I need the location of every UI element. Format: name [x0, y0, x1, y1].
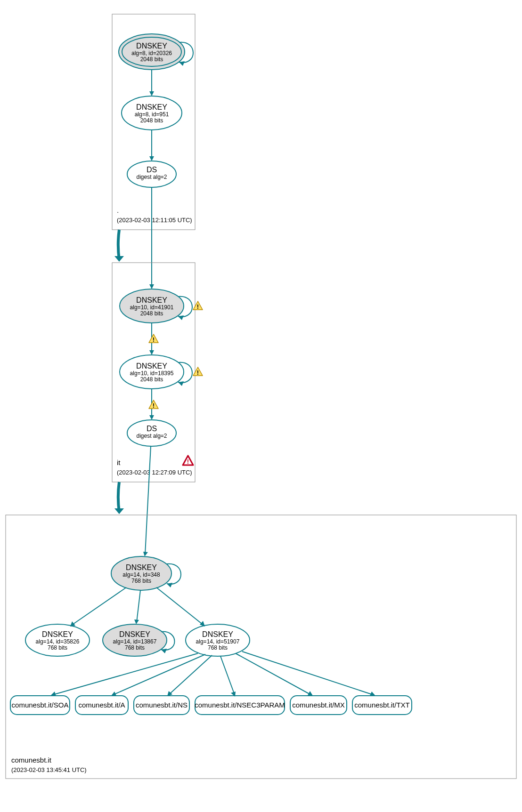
svg-marker-16	[114, 256, 124, 262]
svg-text:DNSKEY: DNSKEY	[136, 296, 167, 304]
svg-text:768 bits: 768 bits	[48, 644, 67, 651]
node-leaf-k3: DNSKEY alg=14, id=51907 768 bits	[186, 624, 250, 656]
rr-a: comunesbt.it/A	[75, 696, 128, 715]
edge-k3-nsec3param	[220, 656, 235, 695]
zone-root-label: .	[117, 206, 119, 214]
svg-text:!: !	[197, 303, 199, 310]
svg-text:DNSKEY: DNSKEY	[119, 630, 150, 638]
edge-leaf-ksk-k2	[137, 590, 140, 622]
node-leaf-ksk: DNSKEY alg=14, id=348 768 bits	[111, 556, 171, 590]
warning-icon: !	[193, 367, 203, 376]
warning-icon: !	[149, 334, 158, 343]
svg-text:DS: DS	[147, 166, 157, 174]
svg-text:alg=8, id=951: alg=8, id=951	[135, 111, 169, 118]
edge-leaf-ksk-k1	[72, 587, 126, 625]
edge-k3-a	[113, 654, 205, 695]
rr-mx: comunesbt.it/MX	[290, 696, 347, 715]
rr-nsec3param: comunesbt.it/NSEC3PARAM	[195, 696, 285, 715]
svg-text:comunesbt.it/SOA: comunesbt.it/SOA	[12, 701, 69, 709]
svg-text:DNSKEY: DNSKEY	[126, 563, 157, 571]
zone-leaf-label: comunesbt.it	[11, 756, 52, 764]
svg-text:768 bits: 768 bits	[208, 644, 228, 651]
svg-text:comunesbt.it/TXT: comunesbt.it/TXT	[354, 701, 410, 709]
svg-text:digest alg=2: digest alg=2	[136, 174, 167, 180]
edge-k3-mx	[236, 653, 311, 695]
node-root-zsk: DNSKEY alg=8, id=951 2048 bits	[122, 96, 182, 130]
svg-text:comunesbt.it/NSEC3PARAM: comunesbt.it/NSEC3PARAM	[195, 701, 285, 709]
svg-text:DS: DS	[147, 425, 157, 433]
svg-text:alg=14, id=51907: alg=14, id=51907	[196, 638, 240, 645]
node-it-zsk: DNSKEY alg=10, id=18395 2048 bits	[120, 355, 184, 389]
svg-text:alg=8, id=20326: alg=8, id=20326	[131, 50, 172, 56]
svg-text:DNSKEY: DNSKEY	[42, 630, 73, 638]
edge-it-ds-to-leaf-ksk	[145, 446, 151, 555]
svg-text:alg=14, id=348: alg=14, id=348	[122, 571, 160, 578]
svg-text:2048 bits: 2048 bits	[140, 117, 163, 124]
zone-root-timestamp: (2023-02-03 12:11:05 UTC)	[117, 217, 192, 224]
svg-text:2048 bits: 2048 bits	[140, 310, 163, 317]
svg-marker-44	[114, 508, 124, 514]
node-root-ds: DS digest alg=2	[127, 161, 176, 187]
svg-text:2048 bits: 2048 bits	[140, 376, 163, 383]
node-it-ds: DS digest alg=2	[127, 420, 176, 446]
svg-text:alg=10, id=41901: alg=10, id=41901	[130, 304, 174, 311]
rr-soa: comunesbt.it/SOA	[10, 696, 70, 715]
zone-root: . (2023-02-03 12:11:05 UTC) DNSKEY alg=8…	[112, 14, 195, 230]
svg-text:alg=14, id=35826: alg=14, id=35826	[36, 638, 80, 645]
zone-it-timestamp: (2023-02-03 12:27:09 UTC)	[117, 469, 192, 476]
svg-text:comunesbt.it/NS: comunesbt.it/NS	[136, 701, 188, 709]
zone-leaf: comunesbt.it (2023-02-03 13:45:41 UTC) D…	[6, 515, 516, 779]
svg-marker-39	[149, 415, 154, 420]
svg-text:768 bits: 768 bits	[131, 578, 151, 584]
svg-marker-30	[149, 350, 154, 355]
rr-ns: comunesbt.it/NS	[134, 696, 189, 715]
svg-text:768 bits: 768 bits	[125, 644, 145, 651]
warning-icon: !	[193, 301, 203, 310]
svg-text:digest alg=2: digest alg=2	[136, 433, 167, 439]
svg-text:alg=10, id=18395: alg=10, id=18395	[130, 370, 174, 377]
zone-leaf-timestamp: (2023-02-03 13:45:41 UTC)	[11, 766, 87, 773]
svg-text:comunesbt.it/A: comunesbt.it/A	[78, 701, 125, 709]
svg-text:!: !	[187, 458, 189, 465]
svg-text:!: !	[153, 336, 155, 343]
warning-icon: !	[149, 400, 158, 409]
svg-marker-17	[149, 284, 154, 289]
svg-marker-15	[149, 156, 154, 161]
svg-text:DNSKEY: DNSKEY	[136, 42, 167, 50]
svg-text:DNSKEY: DNSKEY	[136, 362, 167, 370]
svg-text:DNSKEY: DNSKEY	[202, 630, 233, 638]
node-root-ksk: DNSKEY alg=8, id=20326 2048 bits	[119, 34, 185, 70]
svg-text:DNSKEY: DNSKEY	[136, 103, 167, 111]
node-leaf-k1: DNSKEY alg=14, id=35826 768 bits	[25, 624, 90, 656]
error-icon: !	[183, 456, 193, 465]
zone-it: it (2023-02-03 12:27:09 UTC) DNSKEY alg=…	[112, 263, 203, 482]
svg-text:!: !	[197, 369, 199, 376]
rr-txt: comunesbt.it/TXT	[352, 696, 412, 715]
edge-k3-txt	[242, 651, 373, 695]
node-it-ksk: DNSKEY alg=10, id=41901 2048 bits	[120, 289, 184, 323]
svg-marker-66	[134, 619, 139, 624]
edge-leaf-ksk-k3	[156, 587, 204, 625]
node-leaf-k2: DNSKEY alg=14, id=13867 768 bits	[103, 624, 167, 656]
zone-it-label: it	[117, 458, 121, 466]
edge-zone-root-to-it	[118, 230, 119, 260]
edge-zone-it-to-leaf	[118, 482, 119, 512]
svg-marker-45	[143, 552, 148, 556]
svg-text:comunesbt.it/MX: comunesbt.it/MX	[292, 701, 345, 709]
svg-marker-11	[149, 91, 154, 96]
svg-text:alg=14, id=13867: alg=14, id=13867	[113, 638, 157, 645]
svg-text:2048 bits: 2048 bits	[140, 56, 163, 63]
svg-text:!: !	[153, 402, 155, 409]
svg-marker-65	[70, 621, 75, 627]
